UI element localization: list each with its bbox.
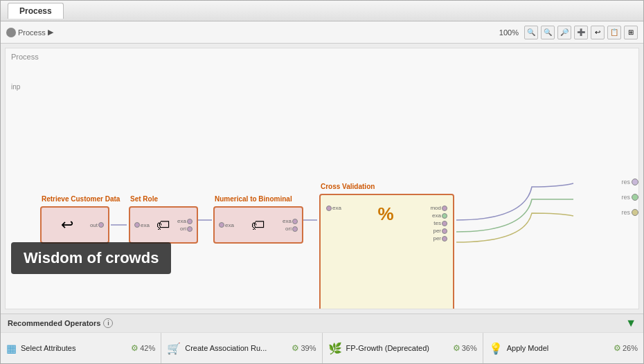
add-btn[interactable]: ➕ <box>574 26 588 39</box>
crossval-icon: % <box>341 202 431 225</box>
setrole-icon: 🏷 <box>150 217 177 233</box>
select-attributes-label: Select Attributes <box>21 344 127 352</box>
breadcrumb-text: Process <box>18 28 46 37</box>
title-bar: Process <box>1 1 643 21</box>
undo-btn[interactable]: ↩ <box>591 26 605 39</box>
create-association-icon: 🛒 <box>167 342 181 355</box>
create-association-label: Create Association Ru... <box>185 344 287 352</box>
breadcrumb-arrow: ▶ <box>48 28 53 37</box>
apply-model-label: Apply Model <box>507 344 609 352</box>
rec-item-fp-growth[interactable]: 🌿 FP-Growth (Deprecated) ⚙ 36% <box>323 333 483 363</box>
numerical-ori-out: ori <box>285 226 298 232</box>
apply-model-pct: ⚙ 26% <box>614 343 638 353</box>
rec-item-apply-model[interactable]: 💡 Apply Model ⚙ 26% <box>483 333 643 363</box>
copy-btn[interactable]: 📋 <box>607 26 621 39</box>
operator-crossval[interactable]: Cross Validation exa % mod exa <box>319 194 454 309</box>
retrieve-icon: ↩ <box>44 216 90 234</box>
canvas-label: Process <box>11 53 39 61</box>
operator-retrieve-label: Retrieve Customer Data <box>42 195 120 203</box>
numerical-exa-out: exa <box>283 218 298 224</box>
process-tab[interactable]: Process <box>8 3 64 19</box>
info-icon[interactable]: i <box>103 318 113 328</box>
operator-numerical-label: Numerical to Binominal <box>215 195 292 203</box>
operator-numerical[interactable]: Numerical to Binominal exa 🏷 exa ori <box>213 206 303 244</box>
crossval-exa-in: exa <box>326 205 341 211</box>
select-attributes-pct: ⚙ 42% <box>131 343 155 353</box>
inp-port-label: inp <box>11 83 20 91</box>
retrieve-out-port: out <box>90 222 104 228</box>
zoom-level: 100% <box>499 28 519 37</box>
res-port-1: res <box>621 179 638 185</box>
zoom-in-btn[interactable]: 🔍 <box>541 26 555 39</box>
rec-header-title: Recommended Operators <box>8 319 100 327</box>
wisdom-text: Wisdom of crowds <box>24 249 159 266</box>
crossval-mod-out: mod <box>430 205 447 211</box>
res-port-3: res <box>621 209 638 216</box>
recommended-bar: Recommended Operators i ▼ ▦ Select Attri… <box>1 313 643 363</box>
numerical-exa-in: exa <box>219 222 234 228</box>
crossval-tes-out: tes <box>433 220 447 226</box>
zoom-fit-btn[interactable]: 🔍 <box>524 26 538 39</box>
pct-icon-3: ⚙ <box>453 343 460 353</box>
create-association-pct: ⚙ 39% <box>292 343 316 353</box>
select-attributes-icon: ▦ <box>6 342 17 355</box>
rec-header: Recommended Operators i ▼ <box>1 314 643 333</box>
zoom-out-btn[interactable]: 🔎 <box>557 26 571 39</box>
toolbar: Process ▶ 100% 🔍 🔍 🔎 ➕ ↩ 📋 ⊞ <box>1 21 643 44</box>
pct-icon-2: ⚙ <box>292 343 299 353</box>
wisdom-overlay: Wisdom of crowds <box>11 242 171 274</box>
crossval-exa-out: exa <box>432 212 447 219</box>
numerical-icon: 🏷 <box>234 217 283 233</box>
rec-item-create-association[interactable]: 🛒 Create Association Ru... ⚙ 39% <box>161 333 322 363</box>
rec-item-select-attributes[interactable]: ▦ Select Attributes ⚙ 42% <box>1 333 161 363</box>
fp-growth-pct: ⚙ 36% <box>453 343 477 353</box>
pct-icon-4: ⚙ <box>614 343 621 353</box>
chevron-down-icon[interactable]: ▼ <box>625 317 636 329</box>
pct-icon-1: ⚙ <box>131 343 138 353</box>
apply-model-icon: 💡 <box>489 342 503 355</box>
operator-retrieve[interactable]: Retrieve Customer Data ↩ out <box>40 206 109 244</box>
layout-btn[interactable]: ⊞ <box>624 26 638 39</box>
res-port-2: res <box>621 194 638 201</box>
main-window: Process Process ▶ 100% 🔍 🔍 🔎 ➕ ↩ 📋 ⊞ Pro… <box>0 0 644 364</box>
rec-items-list: ▦ Select Attributes ⚙ 42% 🛒 Create Assoc… <box>1 333 643 363</box>
breadcrumb: Process ▶ <box>6 28 53 37</box>
process-canvas[interactable]: Process inp res res res <box>5 48 639 309</box>
fp-growth-label: FP-Growth (Deprecated) <box>346 344 449 352</box>
crossval-per2-out: per <box>433 235 447 242</box>
setrole-ori-out: ori <box>180 226 193 232</box>
operator-setrole-label: Set Role <box>130 195 158 203</box>
fp-growth-icon: 🌿 <box>328 342 342 355</box>
setrole-exa-out: exa <box>177 218 193 224</box>
process-icon <box>6 28 16 37</box>
operator-setrole[interactable]: Set Role exa 🏷 exa ori <box>129 206 198 244</box>
operator-crossval-label: Cross Validation <box>321 183 375 190</box>
crossval-per1-out: per <box>433 228 447 234</box>
setrole-exa-in: exa <box>134 222 150 228</box>
